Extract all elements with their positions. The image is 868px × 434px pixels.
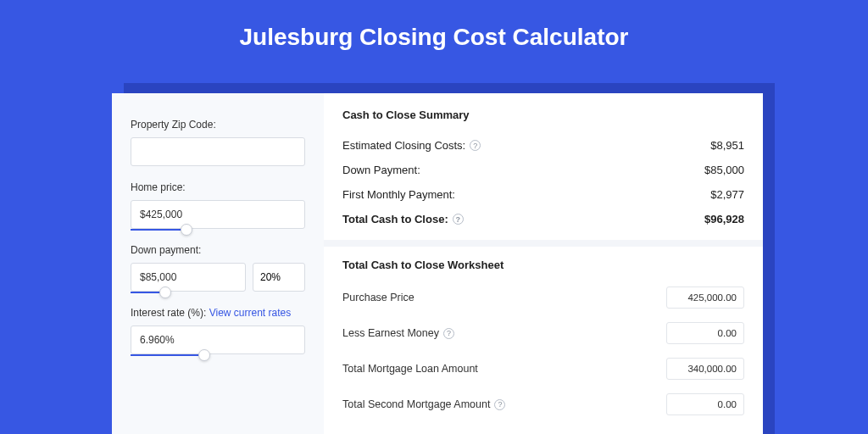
summary-label: First Monthly Payment: bbox=[342, 188, 455, 201]
home-price-slider[interactable] bbox=[131, 200, 305, 229]
down-payment-pct-input[interactable] bbox=[253, 263, 305, 292]
calculator-card: Property Zip Code: Home price: Down paym… bbox=[112, 93, 763, 434]
interest-rate-thumb[interactable] bbox=[198, 349, 210, 361]
view-rates-link[interactable]: View current rates bbox=[209, 307, 292, 319]
interest-rate-track bbox=[131, 354, 204, 356]
worksheet-row-purchase-price: Purchase Price bbox=[342, 280, 744, 315]
worksheet-label: Total Mortgage Loan Amount bbox=[342, 363, 478, 375]
summary-row-down-payment: Down Payment: $85,000 bbox=[342, 158, 744, 182]
field-home-price: Home price: bbox=[131, 181, 305, 229]
field-interest-rate: Interest rate (%): View current rates bbox=[131, 307, 305, 354]
interest-rate-input[interactable] bbox=[131, 326, 305, 354]
help-icon[interactable]: ? bbox=[494, 399, 505, 410]
worksheet-row-earnest-money: Less Earnest Money ? bbox=[342, 315, 744, 351]
down-payment-slider[interactable] bbox=[131, 263, 246, 292]
summary-row-closing-costs: Estimated Closing Costs: ? $8,951 bbox=[342, 133, 744, 158]
field-zip: Property Zip Code: bbox=[131, 119, 305, 166]
worksheet-label: Total Second Mortgage Amount bbox=[342, 398, 490, 410]
interest-rate-label: Interest rate (%): View current rates bbox=[131, 307, 305, 319]
field-down-payment: Down payment: bbox=[131, 244, 305, 292]
help-icon[interactable]: ? bbox=[453, 214, 464, 225]
worksheet-input-earnest-money[interactable] bbox=[666, 322, 744, 344]
zip-input[interactable] bbox=[131, 137, 305, 166]
worksheet-row-second-mortgage: Total Second Mortgage Amount ? bbox=[342, 387, 744, 422]
inputs-panel: Property Zip Code: Home price: Down paym… bbox=[112, 93, 324, 434]
worksheet-input-second-mortgage[interactable] bbox=[666, 393, 744, 415]
summary-row-first-payment: First Monthly Payment: $2,977 bbox=[342, 182, 744, 207]
worksheet-title: Total Cash to Close Worksheet bbox=[342, 247, 744, 280]
summary-title: Cash to Close Summary bbox=[342, 108, 744, 121]
worksheet-row-mortgage-amount: Total Mortgage Loan Amount bbox=[342, 351, 744, 387]
home-price-track bbox=[131, 229, 186, 231]
summary-label: Down Payment: bbox=[342, 164, 420, 176]
worksheet-input-purchase-price[interactable] bbox=[666, 287, 744, 309]
worksheet-input-mortgage-amount[interactable] bbox=[666, 358, 744, 380]
summary-total-value: $96,928 bbox=[704, 213, 744, 225]
zip-label: Property Zip Code: bbox=[131, 119, 305, 131]
summary-row-total: Total Cash to Close: ? $96,928 bbox=[342, 207, 744, 231]
summary-label: Estimated Closing Costs: bbox=[342, 139, 465, 152]
summary-value: $8,951 bbox=[710, 139, 744, 152]
worksheet-label: Less Earnest Money bbox=[342, 327, 439, 339]
down-payment-label: Down payment: bbox=[131, 244, 305, 256]
help-icon[interactable]: ? bbox=[470, 140, 481, 151]
summary-total-label: Total Cash to Close: bbox=[342, 213, 448, 225]
worksheet-label: Purchase Price bbox=[342, 292, 415, 303]
down-payment-thumb[interactable] bbox=[159, 287, 171, 298]
interest-rate-slider[interactable] bbox=[131, 326, 305, 354]
page-title: Julesburg Closing Cost Calculator bbox=[0, 0, 868, 68]
section-divider bbox=[324, 240, 763, 247]
summary-value: $2,977 bbox=[710, 188, 744, 201]
down-payment-input[interactable] bbox=[131, 263, 246, 292]
summary-value: $85,000 bbox=[704, 164, 744, 176]
interest-rate-label-text: Interest rate (%): bbox=[131, 307, 206, 319]
home-price-label: Home price: bbox=[131, 181, 305, 193]
results-panel: Cash to Close Summary Estimated Closing … bbox=[324, 93, 763, 434]
home-price-thumb[interactable] bbox=[181, 224, 192, 236]
home-price-input[interactable] bbox=[131, 200, 305, 229]
help-icon[interactable]: ? bbox=[443, 328, 454, 339]
